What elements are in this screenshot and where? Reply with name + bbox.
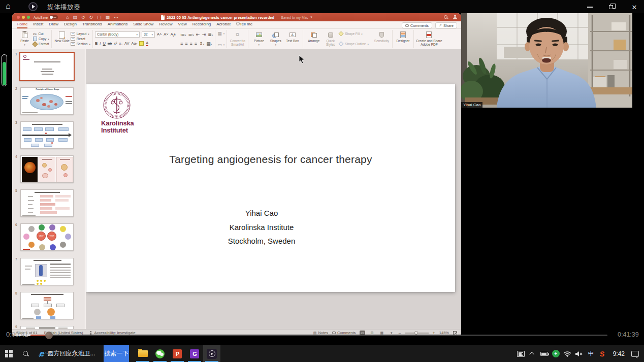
presenter-icon[interactable] bbox=[453, 15, 457, 19]
italic-button[interactable]: I bbox=[100, 41, 101, 46]
cut-button[interactable]: ✂Cut bbox=[33, 31, 49, 36]
convert-smartart-button[interactable]: ⧉ Convert to SmartArt bbox=[229, 30, 246, 48]
align-right-button[interactable]: ≡ bbox=[190, 41, 192, 46]
tray-expand-icon[interactable] bbox=[527, 345, 538, 362]
font-color-button[interactable]: A bbox=[146, 41, 148, 46]
strikethrough-button[interactable]: ab bbox=[108, 41, 112, 46]
antivirus-icon[interactable]: + bbox=[550, 345, 562, 362]
change-case-button[interactable]: Aa▾ bbox=[132, 41, 138, 46]
align-text-button[interactable]: ▦▾ bbox=[217, 31, 224, 36]
tab-slideshow[interactable]: Slide Show bbox=[133, 21, 153, 28]
subscript-button[interactable]: x₂ bbox=[119, 41, 122, 46]
slide-thumbnail-8[interactable] bbox=[20, 292, 74, 319]
mac-zoom-button[interactable] bbox=[27, 16, 30, 19]
tab-review[interactable]: Review bbox=[159, 21, 172, 28]
superscript-button[interactable]: x² bbox=[114, 41, 117, 46]
columns-button[interactable]: ▦▾ bbox=[206, 41, 212, 46]
search-icon[interactable] bbox=[444, 15, 448, 19]
undo-icon[interactable]: ↺ bbox=[81, 14, 85, 20]
more-commands-icon[interactable]: ⋯ bbox=[114, 14, 118, 20]
battery-icon[interactable] bbox=[538, 345, 550, 362]
video-seekbar-handle[interactable] bbox=[45, 332, 53, 339]
comments-button[interactable]: Comments bbox=[402, 22, 432, 28]
font-size-select[interactable]: 32▾ bbox=[142, 31, 155, 38]
line-spacing-button[interactable]: ⇕▾ bbox=[199, 41, 204, 46]
shapes-button[interactable]: Shapes▾ bbox=[267, 30, 284, 48]
text-direction-button[interactable]: ≣▾ bbox=[208, 32, 213, 37]
news-widget-icon[interactable] bbox=[515, 345, 527, 362]
slide-canvas[interactable]: Karolinska Institutet Targeting angiogen… bbox=[86, 84, 455, 292]
wechat-button[interactable] bbox=[151, 345, 169, 362]
home-icon[interactable]: ⌂ bbox=[66, 14, 69, 20]
slide-thumbnail-7[interactable] bbox=[20, 258, 74, 285]
tab-recording[interactable]: Recording bbox=[192, 21, 211, 28]
tab-tellme[interactable]: Tell me bbox=[236, 21, 252, 28]
close-button[interactable]: ✕ bbox=[629, 4, 640, 11]
slide-thumbnail-2[interactable]: Principles of Cancer Drugs bbox=[20, 87, 74, 115]
bold-button[interactable]: B bbox=[95, 41, 98, 46]
tab-insert[interactable]: Insert bbox=[33, 21, 43, 28]
minimize-button[interactable] bbox=[584, 4, 595, 11]
increase-indent-button[interactable]: ⇥ bbox=[202, 32, 206, 37]
shape-outline-button[interactable]: Shape Outline▾ bbox=[339, 42, 369, 46]
chevron-down-icon[interactable]: ▾ bbox=[310, 15, 312, 19]
print-icon[interactable]: ▦ bbox=[106, 14, 110, 20]
restore-button[interactable] bbox=[605, 4, 617, 11]
highlight-color-button[interactable] bbox=[139, 41, 144, 46]
layout-button[interactable]: Layout▾ bbox=[71, 31, 90, 36]
media-player-button[interactable] bbox=[203, 345, 220, 362]
tab-home[interactable]: Home bbox=[17, 21, 27, 28]
tab-design[interactable]: Design bbox=[64, 21, 77, 28]
align-left-button[interactable]: ≡ bbox=[180, 41, 183, 46]
redo-icon[interactable]: ↻ bbox=[89, 14, 93, 20]
start-button[interactable] bbox=[0, 345, 17, 362]
taskbar-search-button[interactable] bbox=[17, 345, 35, 362]
picture-button[interactable]: Picture▾ bbox=[250, 30, 267, 48]
designer-button[interactable]: Designer bbox=[395, 30, 411, 48]
format-painter-button[interactable]: Format bbox=[33, 42, 49, 46]
slide-author-block[interactable]: Yihai Cao Karolinska Institute Stockholm… bbox=[86, 206, 437, 248]
shape-fill-button[interactable]: Shape Fill▾ bbox=[339, 31, 369, 36]
text-fit-button[interactable]: ▭▾ bbox=[217, 42, 224, 47]
slide-thumbnail-3[interactable] bbox=[20, 121, 74, 149]
tab-transitions[interactable]: Transitions bbox=[82, 21, 102, 28]
tab-animations[interactable]: Animations bbox=[108, 21, 128, 28]
save-icon[interactable]: ▤ bbox=[73, 14, 77, 20]
align-center-button[interactable]: ≡ bbox=[185, 41, 187, 46]
g-app-button[interactable]: G bbox=[186, 345, 203, 362]
slide-thumbnail-1[interactable] bbox=[19, 52, 75, 81]
slide-thumbnail-5[interactable] bbox=[20, 189, 74, 217]
share-button[interactable]: ↗Share bbox=[435, 22, 457, 28]
search-now-button[interactable]: 搜索一下 bbox=[104, 345, 129, 362]
slide-thumbnail-4[interactable] bbox=[20, 155, 74, 183]
shrink-font-button[interactable]: A˅ bbox=[164, 32, 168, 37]
grow-font-button[interactable]: A˄ bbox=[157, 32, 162, 37]
quick-styles-button[interactable]: Quick Styles bbox=[322, 30, 339, 48]
bullets-button[interactable]: ≔▾ bbox=[180, 32, 186, 37]
slide-title[interactable]: Targeting angiogenesis for cancer therap… bbox=[86, 153, 455, 166]
numbering-button[interactable]: ≕▾ bbox=[188, 32, 195, 37]
powerpoint-button[interactable]: P bbox=[169, 345, 186, 362]
justify-button[interactable]: ≡ bbox=[195, 41, 197, 46]
section-button[interactable]: Section▾ bbox=[71, 42, 90, 46]
arrange-button[interactable]: Arrange bbox=[305, 30, 322, 48]
tab-acrobat[interactable]: Acrobat bbox=[216, 21, 231, 28]
volume-muted-icon[interactable] bbox=[573, 345, 585, 362]
clear-formatting-button[interactable]: A𝓅 bbox=[171, 32, 176, 37]
mac-minimize-button[interactable] bbox=[22, 16, 25, 19]
sensitivity-button[interactable]: Sensitivity bbox=[373, 30, 390, 48]
font-name-select[interactable]: Calibri (Body)▾ bbox=[95, 31, 140, 38]
paste-button[interactable]: Paste▾ bbox=[16, 30, 33, 48]
zoom-slider[interactable] bbox=[405, 333, 429, 334]
sogou-icon[interactable]: S bbox=[597, 345, 608, 362]
saved-status[interactable]: — Saved to my Mac bbox=[276, 16, 308, 19]
text-box-button[interactable]: A Text Box bbox=[284, 30, 301, 48]
decrease-indent-button[interactable]: ⇤ bbox=[196, 32, 200, 37]
home-icon[interactable]: ⌂ bbox=[6, 2, 11, 11]
mac-close-button[interactable] bbox=[17, 16, 20, 19]
document-title[interactable]: 2023-05-05-Antiangiogenesis-cancer prese… bbox=[167, 15, 274, 20]
new-doc-icon[interactable]: ▢ bbox=[97, 14, 102, 20]
ime-indicator[interactable]: 中 bbox=[585, 345, 597, 362]
action-center-icon[interactable] bbox=[629, 345, 641, 362]
file-explorer-button[interactable] bbox=[134, 345, 151, 362]
